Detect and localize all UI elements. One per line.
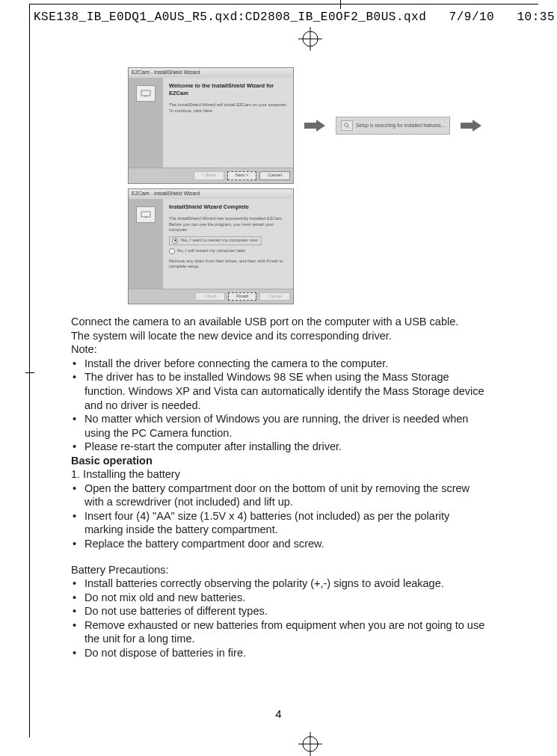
svg-point-6 [345, 123, 348, 126]
list-item: Replace the battery compartment door and… [71, 537, 490, 551]
window-title: EZCam - InstallShield Wizard [129, 189, 293, 199]
header-time: 10:35 [517, 10, 556, 24]
document-header: KSE138_IB_E0DQ1_A0US_R5.qxd:CD2808_IB_E0… [34, 10, 557, 24]
installshield-welcome-window: EZCam - InstallShield Wizard Welcome to … [128, 67, 294, 184]
radio-no-label: No, I will restart my computer later. [177, 248, 246, 254]
computer-icon [136, 85, 156, 102]
crop-tick-top [340, 0, 341, 9]
header-date: 7/9/10 [449, 10, 495, 24]
list-item: Please re-start the computer after insta… [71, 440, 490, 454]
svg-line-7 [348, 126, 350, 129]
list-item: Do not mix old and new batteries. [71, 591, 490, 605]
svg-rect-4 [144, 96, 147, 96]
radio-yes-label: Yes, I want to restart my computer now. [180, 238, 259, 244]
registration-mark-top [298, 27, 322, 51]
wizard-body-text-2: Remove any disks from their drives, and … [169, 259, 287, 270]
wizard-heading: InstallShield Wizard Complete [169, 203, 287, 211]
installshield-complete-window: EZCam - InstallShield Wizard InstallShie… [128, 188, 294, 305]
svg-rect-10 [144, 217, 147, 218]
step-heading: 1. Installing the battery [71, 467, 490, 482]
arrow-right-icon [461, 120, 481, 132]
magnifier-icon [341, 120, 353, 131]
list-item: Do not use batteries of different types. [71, 604, 490, 618]
screenshot-row-2: EZCam - InstallShield Wizard InstallShie… [128, 188, 490, 305]
paragraph: Connect the camera to an available USB p… [71, 315, 490, 329]
list-item: Install batteries correctly observing th… [71, 577, 490, 591]
precautions-list: Install batteries correctly observing th… [71, 577, 490, 660]
registration-mark-bottom [298, 732, 322, 756]
svg-marker-5 [304, 120, 325, 132]
list-item: Install the driver before connecting the… [71, 357, 490, 371]
computer-icon [136, 206, 156, 223]
install-battery-list: Open the battery compartment door on the… [71, 482, 490, 551]
screenshot-row-1: EZCam - InstallShield Wizard Welcome to … [128, 67, 490, 184]
list-item: Do not dispose of batteries in fire. [71, 646, 490, 660]
list-item: Open the battery compartment door on the… [71, 482, 490, 509]
list-item: The driver has to be installed Windows 9… [71, 370, 490, 412]
page-number: 4 [0, 707, 557, 720]
arrow-right-icon [304, 120, 325, 132]
searching-text: Setup is searching for installed feature… [356, 123, 445, 129]
wizard-body-text: The InstallShield Wizard will install EZ… [169, 102, 287, 114]
basic-operation-heading: Basic operation [71, 454, 490, 468]
header-filename: KSE138_IB_E0DQ1_A0US_R5.qxd:CD2808_IB_E0… [34, 10, 426, 24]
finish-button[interactable]: Finish [228, 292, 256, 301]
list-item: Insert four (4) "AA" size (1.5V x 4) bat… [71, 509, 490, 537]
list-item: Remove exhausted or new batteries from e… [71, 618, 490, 646]
svg-rect-9 [141, 212, 150, 217]
body-text: Connect the camera to an available USB p… [71, 315, 490, 660]
crop-tick-left [25, 372, 34, 373]
notes-list: Install the driver before connecting the… [71, 357, 490, 454]
back-button[interactable]: < Back [195, 292, 226, 301]
searching-dialog: Setup is searching for installed feature… [336, 117, 450, 135]
cancel-button[interactable]: Cancel [259, 292, 290, 301]
cancel-button[interactable]: Cancel [259, 171, 290, 180]
radio-yes[interactable] [172, 238, 178, 244]
page-content: EZCam - InstallShield Wizard Welcome to … [71, 67, 490, 660]
paragraph: The system will locate the new device an… [71, 329, 490, 343]
window-title: EZCam - InstallShield Wizard [129, 68, 293, 78]
precautions-heading: Battery Precautions: [71, 563, 490, 577]
wizard-heading: Welcome to the InstallShield Wizard for … [169, 82, 287, 96]
svg-marker-8 [461, 120, 481, 132]
back-button[interactable]: < Back [194, 171, 224, 180]
svg-rect-3 [141, 90, 150, 96]
next-button[interactable]: Next > [227, 171, 257, 180]
wizard-body-text: The InstallShield Wizard has successfull… [169, 216, 287, 233]
radio-no[interactable] [169, 248, 175, 254]
list-item: No matter which version of Windows you a… [71, 412, 490, 440]
note-label: Note: [71, 342, 490, 357]
